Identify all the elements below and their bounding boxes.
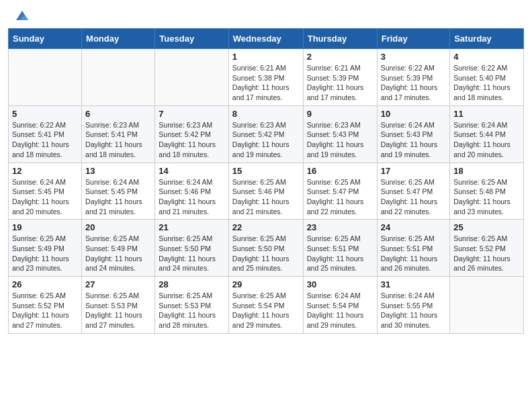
weekday-header-thursday: Thursday [303,29,377,49]
calendar-week-row: 5Sunrise: 6:22 AMSunset: 5:41 PMDaylight… [9,105,524,163]
calendar-cell: 13Sunrise: 6:24 AMSunset: 5:45 PMDayligh… [82,163,155,220]
calendar-cell [450,277,524,334]
calendar-cell: 6Sunrise: 6:23 AMSunset: 5:41 PMDaylight… [82,105,155,163]
day-number: 20 [85,222,151,232]
calendar-cell: 10Sunrise: 6:24 AMSunset: 5:43 PMDayligh… [377,105,450,163]
day-number: 26 [12,279,78,289]
day-info: Sunrise: 6:22 AMSunset: 5:39 PMDaylight:… [381,63,447,103]
day-info: Sunrise: 6:25 AMSunset: 5:52 PMDaylight:… [453,234,520,273]
day-number: 24 [381,222,447,232]
calendar-cell: 18Sunrise: 6:25 AMSunset: 5:48 PMDayligh… [450,163,524,220]
day-info: Sunrise: 6:22 AMSunset: 5:41 PMDaylight:… [12,120,78,160]
logo [13,8,30,23]
day-number: 5 [12,109,78,119]
calendar-cell [82,49,155,106]
day-number: 9 [307,109,373,119]
day-info: Sunrise: 6:24 AMSunset: 5:55 PMDaylight:… [381,291,447,330]
day-info: Sunrise: 6:21 AMSunset: 5:38 PMDaylight:… [232,63,300,103]
logo-icon [15,8,30,23]
calendar-cell: 1Sunrise: 6:21 AMSunset: 5:38 PMDaylight… [228,49,303,106]
calendar-cell: 28Sunrise: 6:25 AMSunset: 5:53 PMDayligh… [155,277,228,334]
calendar-cell: 8Sunrise: 6:23 AMSunset: 5:42 PMDaylight… [228,105,303,163]
day-info: Sunrise: 6:23 AMSunset: 5:42 PMDaylight:… [232,120,300,160]
day-info: Sunrise: 6:24 AMSunset: 5:46 PMDaylight:… [159,177,224,217]
calendar-cell: 17Sunrise: 6:25 AMSunset: 5:47 PMDayligh… [377,163,450,220]
calendar-cell: 5Sunrise: 6:22 AMSunset: 5:41 PMDaylight… [9,105,82,163]
day-number: 13 [85,166,151,176]
day-info: Sunrise: 6:24 AMSunset: 5:45 PMDaylight:… [12,177,78,217]
day-info: Sunrise: 6:25 AMSunset: 5:51 PMDaylight:… [381,234,447,273]
day-info: Sunrise: 6:21 AMSunset: 5:39 PMDaylight:… [307,63,373,103]
weekday-header-sunday: Sunday [9,29,82,49]
day-number: 1 [232,52,300,62]
calendar-cell: 30Sunrise: 6:24 AMSunset: 5:54 PMDayligh… [303,277,377,334]
calendar-cell: 2Sunrise: 6:21 AMSunset: 5:39 PMDaylight… [303,49,377,106]
day-number: 22 [232,222,300,232]
header [0,0,532,28]
day-info: Sunrise: 6:24 AMSunset: 5:45 PMDaylight:… [85,177,151,217]
calendar-cell: 3Sunrise: 6:22 AMSunset: 5:39 PMDaylight… [377,49,450,106]
day-number: 25 [453,222,520,232]
weekday-header-row: SundayMondayTuesdayWednesdayThursdayFrid… [9,29,524,49]
day-number: 4 [453,52,520,62]
day-number: 3 [381,52,447,62]
calendar-cell: 11Sunrise: 6:24 AMSunset: 5:44 PMDayligh… [450,105,524,163]
day-number: 8 [232,109,300,119]
day-number: 18 [453,166,520,176]
day-number: 7 [159,109,224,119]
day-number: 11 [453,109,520,119]
day-info: Sunrise: 6:24 AMSunset: 5:54 PMDaylight:… [307,291,373,330]
weekday-header-tuesday: Tuesday [155,29,228,49]
calendar-cell: 21Sunrise: 6:25 AMSunset: 5:50 PMDayligh… [155,220,228,277]
calendar-cell: 22Sunrise: 6:25 AMSunset: 5:50 PMDayligh… [228,220,303,277]
calendar-cell [9,49,82,106]
day-number: 23 [307,222,373,232]
day-info: Sunrise: 6:24 AMSunset: 5:44 PMDaylight:… [453,120,520,160]
day-info: Sunrise: 6:25 AMSunset: 5:53 PMDaylight:… [159,291,224,330]
day-info: Sunrise: 6:25 AMSunset: 5:47 PMDaylight:… [381,177,447,217]
day-info: Sunrise: 6:25 AMSunset: 5:49 PMDaylight:… [85,234,151,273]
day-info: Sunrise: 6:25 AMSunset: 5:49 PMDaylight:… [12,234,78,273]
day-info: Sunrise: 6:25 AMSunset: 5:47 PMDaylight:… [307,177,373,217]
calendar-cell: 23Sunrise: 6:25 AMSunset: 5:51 PMDayligh… [303,220,377,277]
calendar-cell: 15Sunrise: 6:25 AMSunset: 5:46 PMDayligh… [228,163,303,220]
weekday-header-wednesday: Wednesday [228,29,303,49]
calendar-cell: 9Sunrise: 6:23 AMSunset: 5:43 PMDaylight… [303,105,377,163]
calendar-cell: 27Sunrise: 6:25 AMSunset: 5:53 PMDayligh… [82,277,155,334]
day-number: 30 [307,279,373,289]
calendar-cell: 29Sunrise: 6:25 AMSunset: 5:54 PMDayligh… [228,277,303,334]
day-info: Sunrise: 6:25 AMSunset: 5:46 PMDaylight:… [232,177,300,217]
calendar-cell: 14Sunrise: 6:24 AMSunset: 5:46 PMDayligh… [155,163,228,220]
calendar-week-row: 26Sunrise: 6:25 AMSunset: 5:52 PMDayligh… [9,277,524,334]
day-info: Sunrise: 6:25 AMSunset: 5:48 PMDaylight:… [453,177,520,217]
day-info: Sunrise: 6:25 AMSunset: 5:50 PMDaylight:… [159,234,224,273]
day-number: 28 [159,279,224,289]
day-number: 31 [381,279,447,289]
calendar-table: SundayMondayTuesdayWednesdayThursdayFrid… [8,28,524,334]
weekday-header-saturday: Saturday [450,29,524,49]
day-info: Sunrise: 6:25 AMSunset: 5:52 PMDaylight:… [12,291,78,330]
calendar-cell: 7Sunrise: 6:23 AMSunset: 5:42 PMDaylight… [155,105,228,163]
day-number: 19 [12,222,78,232]
day-info: Sunrise: 6:25 AMSunset: 5:51 PMDaylight:… [307,234,373,273]
day-number: 10 [381,109,447,119]
calendar-cell: 26Sunrise: 6:25 AMSunset: 5:52 PMDayligh… [9,277,82,334]
calendar-cell [155,49,228,106]
day-info: Sunrise: 6:23 AMSunset: 5:42 PMDaylight:… [159,120,224,160]
day-number: 29 [232,279,300,289]
calendar-week-row: 19Sunrise: 6:25 AMSunset: 5:49 PMDayligh… [9,220,524,277]
day-number: 12 [12,166,78,176]
weekday-header-friday: Friday [377,29,450,49]
day-info: Sunrise: 6:25 AMSunset: 5:53 PMDaylight:… [85,291,151,330]
calendar-cell: 20Sunrise: 6:25 AMSunset: 5:49 PMDayligh… [82,220,155,277]
day-info: Sunrise: 6:25 AMSunset: 5:54 PMDaylight:… [232,291,300,330]
calendar-cell: 16Sunrise: 6:25 AMSunset: 5:47 PMDayligh… [303,163,377,220]
calendar-cell: 4Sunrise: 6:22 AMSunset: 5:40 PMDaylight… [450,49,524,106]
calendar-week-row: 12Sunrise: 6:24 AMSunset: 5:45 PMDayligh… [9,163,524,220]
day-number: 21 [159,222,224,232]
calendar-cell: 31Sunrise: 6:24 AMSunset: 5:55 PMDayligh… [377,277,450,334]
day-info: Sunrise: 6:24 AMSunset: 5:43 PMDaylight:… [381,120,447,160]
day-info: Sunrise: 6:25 AMSunset: 5:50 PMDaylight:… [232,234,300,273]
day-number: 6 [85,109,151,119]
day-number: 2 [307,52,373,62]
